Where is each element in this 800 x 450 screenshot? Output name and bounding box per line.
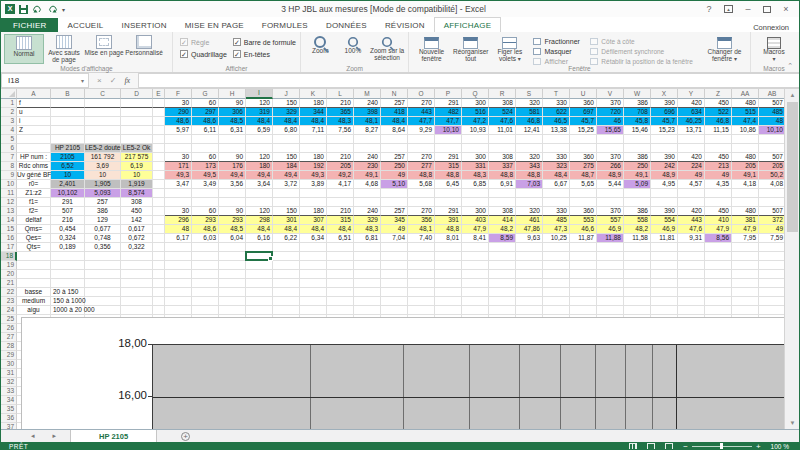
- cell-W4[interactable]: 15,46: [624, 126, 651, 135]
- cell-G5[interactable]: [192, 135, 219, 144]
- cell-P1[interactable]: 291: [435, 99, 462, 108]
- cell-F18[interactable]: [165, 252, 192, 261]
- cell-C12[interactable]: 257: [85, 198, 121, 207]
- cell-Y24[interactable]: [678, 306, 705, 315]
- cell-L18[interactable]: [327, 252, 354, 261]
- cell-R23[interactable]: [489, 297, 516, 306]
- cell-X17[interactable]: [651, 243, 678, 252]
- cell-Q23[interactable]: [462, 297, 489, 306]
- cell-AB14[interactable]: 372: [759, 216, 786, 225]
- cell-R17[interactable]: [489, 243, 516, 252]
- close-icon[interactable]: ×: [779, 4, 793, 14]
- cell-N24[interactable]: [381, 306, 408, 315]
- cell-J13[interactable]: 150: [273, 207, 300, 216]
- col-header-S[interactable]: S: [516, 89, 543, 99]
- ribbon-options-icon[interactable]: ▴: [724, 5, 733, 13]
- cell-C19[interactable]: [85, 261, 121, 270]
- cell-I16[interactable]: 6,16: [246, 234, 273, 243]
- cell-L16[interactable]: 6,51: [327, 234, 354, 243]
- cell-Y5[interactable]: [678, 135, 705, 144]
- cell-Z22[interactable]: [705, 288, 732, 297]
- row-header-9[interactable]: 9: [1, 171, 17, 180]
- redo-icon[interactable]: [47, 5, 58, 14]
- statusbar-normal-view-icon[interactable]: [629, 443, 637, 450]
- cell-E8[interactable]: [153, 162, 165, 171]
- cell-A8[interactable]: Rdc ohms: [17, 162, 51, 171]
- cell-C21[interactable]: [85, 279, 121, 288]
- row-header-4[interactable]: 4: [1, 126, 17, 135]
- cell-AA14[interactable]: 381: [732, 216, 759, 225]
- cell-I15[interactable]: 48,4: [246, 225, 273, 234]
- cell-P20[interactable]: [435, 270, 462, 279]
- cell-F8[interactable]: 171: [165, 162, 192, 171]
- cell-Q5[interactable]: [462, 135, 489, 144]
- cell-R15[interactable]: 48,2: [489, 225, 516, 234]
- cell-A4[interactable]: Z: [17, 126, 51, 135]
- cell-S23[interactable]: [516, 297, 543, 306]
- cell-T11[interactable]: [543, 189, 570, 198]
- cell-L11[interactable]: [327, 189, 354, 198]
- cell-H19[interactable]: [219, 261, 246, 270]
- cell-AA3[interactable]: 47,4: [732, 117, 759, 126]
- cell-A24[interactable]: aigu: [17, 306, 51, 315]
- cell-D18[interactable]: [121, 252, 153, 261]
- cell-J6[interactable]: [273, 144, 300, 153]
- cell-O8[interactable]: 277: [408, 162, 435, 171]
- cell-L4[interactable]: 7,56: [327, 126, 354, 135]
- zoom-to-selection-button[interactable]: Zoom sur la sélection: [369, 34, 405, 64]
- cell-Y17[interactable]: [678, 243, 705, 252]
- cell-N17[interactable]: [381, 243, 408, 252]
- cell-Z11[interactable]: [705, 189, 732, 198]
- cell-AA20[interactable]: [732, 270, 759, 279]
- cell-C13[interactable]: 386: [85, 207, 121, 216]
- cell-G9[interactable]: 49,5: [192, 171, 219, 180]
- row-header-12[interactable]: 12: [1, 198, 17, 207]
- cell-V1[interactable]: 370: [597, 99, 624, 108]
- cell-H4[interactable]: 6,31: [219, 126, 246, 135]
- cell-X14[interactable]: 554: [651, 216, 678, 225]
- cell-U23[interactable]: [570, 297, 597, 306]
- cell-T21[interactable]: [543, 279, 570, 288]
- cell-P19[interactable]: [435, 261, 462, 270]
- cell-B15[interactable]: 0,454: [51, 225, 85, 234]
- ribbon-tab-formules[interactable]: FORMULES: [253, 18, 317, 32]
- cell-P7[interactable]: 291: [435, 153, 462, 162]
- row-header-36[interactable]: 36: [1, 414, 17, 423]
- cell-Z2[interactable]: 522: [705, 108, 732, 117]
- row-header-3[interactable]: 3: [1, 117, 17, 126]
- cell-O7[interactable]: 270: [408, 153, 435, 162]
- cell-Y10[interactable]: 4,57: [678, 180, 705, 189]
- cell-Z1[interactable]: 450: [705, 99, 732, 108]
- cell-F6[interactable]: [165, 144, 192, 153]
- undo-icon[interactable]: [32, 5, 43, 14]
- cell-Y8[interactable]: 224: [678, 162, 705, 171]
- col-header-X[interactable]: X: [651, 89, 678, 99]
- cell-X15[interactable]: 46,9: [651, 225, 678, 234]
- cell-U18[interactable]: [570, 252, 597, 261]
- cell-E11[interactable]: [153, 189, 165, 198]
- col-header-Y[interactable]: Y: [678, 89, 705, 99]
- cell-X9[interactable]: 48,9: [651, 171, 678, 180]
- cell-R24[interactable]: [489, 306, 516, 315]
- sheet-prev-icon[interactable]: ◂: [31, 432, 35, 440]
- cell-T16[interactable]: 10,25: [543, 234, 570, 243]
- cell-Z12[interactable]: [705, 198, 732, 207]
- cell-T2[interactable]: 622: [543, 108, 570, 117]
- cell-S1[interactable]: 320: [516, 99, 543, 108]
- cell-F17[interactable]: [165, 243, 192, 252]
- col-header-K[interactable]: K: [300, 89, 327, 99]
- cell-AB4[interactable]: 10,10: [759, 126, 786, 135]
- cell-AB18[interactable]: [759, 252, 786, 261]
- cell-C10[interactable]: 1,905: [85, 180, 121, 189]
- row-header-7[interactable]: 7: [1, 153, 17, 162]
- cell-M11[interactable]: [354, 189, 381, 198]
- cell-L19[interactable]: [327, 261, 354, 270]
- cell-B11[interactable]: 10,102: [51, 189, 85, 198]
- cell-D19[interactable]: [121, 261, 153, 270]
- cell-K15[interactable]: 48,4: [300, 225, 327, 234]
- cell-F13[interactable]: 30: [165, 207, 192, 216]
- ribbon-tab-accueil[interactable]: ACCUEIL: [58, 18, 112, 32]
- cell-P14[interactable]: 391: [435, 216, 462, 225]
- cell-S22[interactable]: [516, 288, 543, 297]
- cell-G19[interactable]: [192, 261, 219, 270]
